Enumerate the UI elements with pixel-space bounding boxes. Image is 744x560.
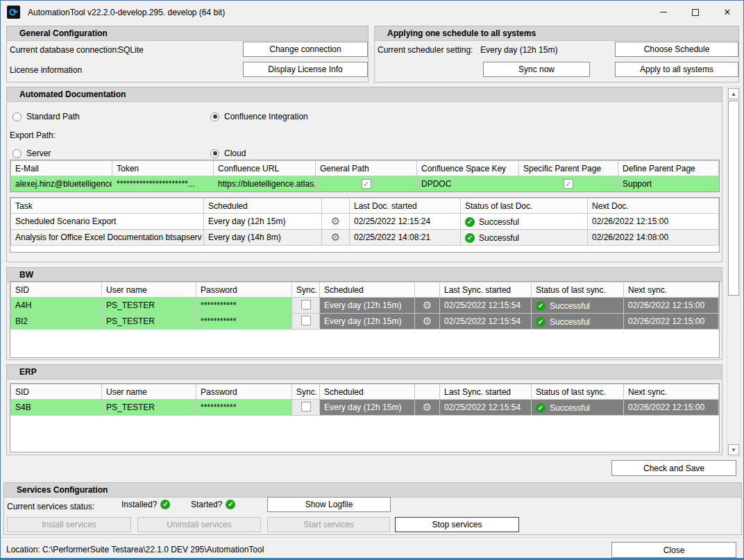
scroll-down-arrow[interactable]: ▼ — [728, 444, 739, 455]
minimize-button[interactable] — [648, 1, 679, 24]
close-window-button[interactable]: ✕ — [711, 1, 743, 24]
green-check-icon: ✓ — [536, 403, 546, 413]
started-label: Started? — [191, 500, 222, 509]
green-check-icon: ✓ — [160, 500, 170, 509]
confluence-header-row: E-Mail Token Confluence URL General Path… — [11, 161, 719, 176]
apply-schedule-group: Applying one schedule to all systems Cur… — [374, 26, 739, 83]
minimize-icon — [660, 12, 667, 12]
gear-cell: ⚙ — [415, 298, 440, 314]
radio-cloud[interactable]: Cloud — [210, 149, 246, 158]
apply-all-systems-button[interactable]: Apply to all systems — [615, 62, 738, 77]
col-last-sync-started: Last Sync. started — [440, 384, 532, 400]
sid-cell: S4B — [11, 400, 102, 416]
status-text: Successful — [550, 403, 590, 413]
radio-server-label: Server — [26, 149, 51, 158]
check-and-save-button[interactable]: Check and Save — [611, 460, 736, 476]
choose-schedule-button[interactable]: Choose Schedule — [615, 42, 738, 57]
app-window: ⟳ AutomationTool v22.2.0-develop.295. de… — [0, 0, 744, 560]
vertical-scrollbar[interactable]: ▲ ▼ — [727, 87, 741, 457]
change-connection-button[interactable]: Change connection — [243, 42, 368, 57]
erp-systems-table: SID User name Password Sync. Scheduled L… — [10, 383, 720, 452]
parent-page-cell: Support — [618, 176, 719, 192]
sid-cell: A4H — [11, 298, 102, 314]
col-next-doc: Next Doc. — [588, 198, 719, 214]
title-bar: ⟳ AutomationTool v22.2.0-develop.295. de… — [1, 1, 743, 24]
task-scheduled-cell: Every day (14h 8m) — [204, 230, 322, 246]
window-title: AutomationTool v22.2.0-develop.295. deve… — [28, 8, 225, 17]
col-general-path: General Path — [316, 161, 417, 176]
gear-icon[interactable]: ⚙ — [423, 315, 432, 327]
scrollbar-thumb[interactable] — [728, 101, 739, 296]
close-button[interactable]: Close — [611, 542, 736, 558]
col-user-name: User name — [102, 384, 196, 400]
last-sync-cell: 02/25/2022 12:15:54 — [440, 314, 532, 330]
stop-services-button[interactable]: Stop services — [395, 517, 519, 532]
bw-system-row[interactable]: A4H PS_TESTER *********** Every day (12h… — [11, 298, 719, 314]
user-cell: PS_TESTER — [102, 298, 196, 314]
installed-status: Installed? ✓ — [121, 500, 170, 509]
gear-icon[interactable]: ⚙ — [423, 401, 432, 413]
next-sync-cell: 02/26/2022 12:15:00 — [624, 314, 719, 330]
erp-system-row[interactable]: S4B PS_TESTER *********** Every day (12h… — [11, 400, 719, 416]
col-task: Task — [11, 198, 204, 214]
task-row[interactable]: Scheduled Scenario Export Every day (12h… — [11, 214, 719, 230]
sync-cell — [292, 314, 320, 330]
start-services-button[interactable]: Start services — [267, 517, 390, 532]
automated-documentation-title: Automated Documentation — [7, 87, 722, 102]
gear-icon[interactable]: ⚙ — [423, 299, 432, 311]
radio-server-icon — [12, 149, 22, 158]
specific-parent-checkbox[interactable]: ✓ — [564, 179, 573, 189]
radio-cloud-icon — [210, 149, 219, 158]
col-scheduled: Scheduled — [204, 198, 322, 214]
task-last-started-cell: 02/25/2022 12:15:24 — [350, 214, 461, 230]
task-name-cell: Analysis for Office Excel Documentation … — [11, 230, 204, 246]
password-cell: *********** — [196, 314, 292, 330]
maximize-button[interactable] — [679, 1, 711, 24]
scroll-up-arrow[interactable]: ▲ — [728, 88, 739, 99]
radio-standard-path[interactable]: Standard Path — [12, 112, 80, 121]
display-license-button[interactable]: Display License Info — [243, 62, 368, 77]
specific-parent-cell: ✓ — [519, 176, 618, 192]
gear-icon[interactable]: ⚙ — [331, 231, 340, 243]
sync-checkbox[interactable] — [301, 300, 311, 309]
next-sync-cell: 02/26/2022 12:15:00 — [624, 400, 719, 416]
show-logfile-button[interactable]: Show Logfile — [267, 497, 391, 512]
sync-checkbox[interactable] — [301, 402, 311, 411]
sync-checkbox[interactable] — [301, 316, 311, 325]
next-sync-cell: 02/26/2022 12:15:00 — [624, 298, 719, 314]
gear-icon[interactable]: ⚙ — [331, 215, 340, 227]
general-path-checkbox[interactable]: ✓ — [362, 179, 371, 189]
task-header-row: Task Scheduled Last Doc. started Status … — [11, 198, 719, 214]
installed-label: Installed? — [121, 500, 157, 509]
radio-standard-path-label: Standard Path — [26, 112, 80, 121]
col-last-sync-started: Last Sync. started — [440, 282, 532, 298]
sid-cell: BI2 — [11, 314, 102, 330]
general-configuration-title: General Configuration — [7, 26, 368, 41]
general-path-cell: ✓ — [316, 176, 417, 192]
task-name-cell: Scheduled Scenario Export — [11, 214, 204, 230]
scheduled-cell: Every day (12h 15m) — [320, 298, 415, 314]
status-cell: ✓Successful — [532, 298, 624, 314]
confluence-data-row[interactable]: alexej.hinz@bluetelligence... **********… — [11, 176, 719, 192]
install-services-button[interactable]: Install services — [7, 517, 131, 532]
col-gear — [415, 384, 440, 400]
task-scheduled-cell: Every day (12h 15m) — [204, 214, 322, 230]
col-gear — [322, 198, 350, 214]
bw-system-row[interactable]: BI2 PS_TESTER *********** Every day (12h… — [11, 314, 719, 330]
services-status-label: Current services status: — [7, 502, 94, 511]
space-key-cell: DPDOC — [417, 176, 519, 192]
sync-now-button[interactable]: Sync now — [483, 62, 590, 77]
task-row[interactable]: Analysis for Office Excel Documentation … — [11, 230, 719, 246]
scheduler-setting-value: Every day (12h 15m) — [480, 45, 557, 55]
uninstall-services-button[interactable]: Uninstall services — [137, 517, 261, 532]
col-sync: Sync. — [292, 384, 320, 400]
radio-confluence-integration[interactable]: Confluence Integration — [210, 112, 308, 121]
col-email: E-Mail — [11, 161, 112, 176]
green-check-icon: ✓ — [226, 500, 235, 509]
gear-cell: ⚙ — [415, 400, 440, 416]
password-cell: *********** — [196, 298, 292, 314]
erp-header-row: SID User name Password Sync. Scheduled L… — [11, 384, 719, 400]
password-cell: *********** — [196, 400, 292, 416]
radio-server[interactable]: Server — [12, 149, 51, 158]
col-specific-parent: Specific Parent Page — [519, 161, 618, 176]
